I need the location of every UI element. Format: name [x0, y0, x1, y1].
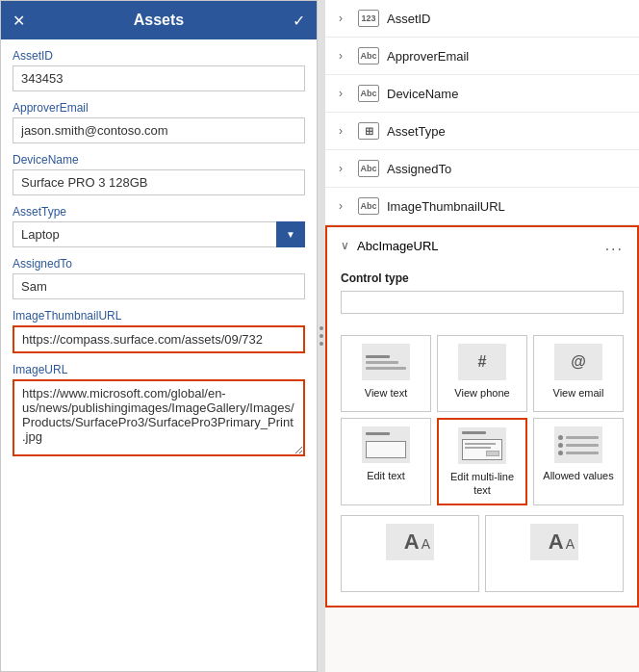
field-imageurl: ImageURL https://www.microsoft.com/globa…: [13, 363, 305, 459]
allowed-values-icon: [554, 426, 602, 463]
chevron-down-icon: ∨: [341, 239, 349, 252]
list-item-assetid-label: AssetID: [387, 12, 626, 26]
control-card-view-text[interactable]: View text: [341, 335, 431, 412]
bottom-controls-row: A A A A: [327, 515, 637, 606]
type-icon-number: 123: [358, 10, 379, 27]
chevron-right-icon: ›: [339, 49, 350, 63]
field-list: › 123 AssetID › Abc ApproverEmail › Abc …: [325, 0, 639, 607]
view-email-icon: @: [554, 344, 602, 380]
edit-multiline-label: Edit multi-line text: [445, 470, 520, 498]
field-assignedto-input[interactable]: [13, 273, 305, 299]
view-text-icon: [362, 344, 410, 380]
field-assettype-select[interactable]: Laptop Desktop Tablet: [13, 221, 305, 247]
confirm-icon[interactable]: ✓: [293, 12, 305, 30]
more-options-button[interactable]: ...: [605, 237, 624, 254]
chevron-right-icon: ›: [339, 124, 350, 138]
view-text-label: View text: [365, 386, 407, 400]
control-type-input[interactable]: [341, 291, 624, 314]
list-item-imagethumbnailurl-label: ImageThumbnailURL: [387, 199, 626, 214]
close-icon[interactable]: ✕: [13, 12, 25, 30]
list-item-assettype[interactable]: › ⊞ AssetType: [325, 113, 639, 150]
expanded-imageurl-section: ∨ Abc ImageURL ... Control type: [325, 225, 639, 607]
field-assetid-input[interactable]: [13, 65, 305, 91]
edit-multiline-icon: [458, 427, 506, 464]
panel-title: Assets: [134, 12, 184, 29]
type-icon-text: Abc: [358, 47, 379, 65]
field-imagethumbnailurl-label: ImageThumbnailURL: [13, 309, 305, 323]
control-card-allowed-values[interactable]: Allowed values: [533, 418, 624, 505]
control-type-label: Control type: [341, 271, 624, 285]
type-icon-text: Abc: [358, 160, 379, 177]
view-phone-label: View phone: [454, 386, 509, 400]
control-card-text-size-2[interactable]: A A: [485, 515, 624, 592]
resize-dot: [320, 334, 323, 338]
field-assettype: AssetType Laptop Desktop Tablet: [13, 205, 305, 247]
list-item-devicename-label: DeviceName: [387, 87, 626, 101]
field-assetid-label: AssetID: [13, 49, 305, 63]
type-icon-text: Abc: [358, 197, 379, 215]
chevron-right-icon: ›: [339, 12, 350, 25]
list-item-approveremail[interactable]: › Abc ApproverEmail: [325, 38, 639, 75]
list-item-imagethumbnailurl[interactable]: › Abc ImageThumbnailURL: [325, 188, 639, 225]
list-item-assignedto-label: AssignedTo: [387, 162, 626, 176]
control-card-edit-text[interactable]: Edit text: [341, 418, 431, 505]
list-item-assetid[interactable]: › 123 AssetID: [325, 0, 639, 38]
field-approveremail-input[interactable]: [13, 117, 305, 143]
resize-dot: [320, 342, 323, 346]
control-card-view-phone[interactable]: # View phone: [437, 335, 527, 412]
right-panel: › 123 AssetID › Abc ApproverEmail › Abc …: [325, 0, 639, 672]
type-icon-text-imageurl: Abc: [357, 239, 378, 253]
type-icon-grid: ⊞: [358, 122, 379, 140]
allowed-values-visual: [558, 435, 599, 455]
resize-dot: [320, 326, 323, 330]
control-type-section: Control type: [327, 264, 637, 327]
view-phone-icon: #: [458, 344, 506, 380]
at-symbol: @: [571, 354, 586, 370]
chevron-right-icon: ›: [339, 199, 350, 213]
field-imageurl-textarea[interactable]: https://www.microsoft.com/global/en-us/n…: [13, 379, 305, 456]
control-card-view-email[interactable]: @ View email: [533, 335, 624, 412]
expanded-field-name: ImageURL: [378, 239, 438, 253]
type-icon-text: Abc: [358, 85, 379, 102]
field-devicename-label: DeviceName: [13, 153, 305, 167]
field-imagethumbnailurl: ImageThumbnailURL: [13, 309, 305, 353]
control-grid: View text # View phone @ View email: [327, 327, 637, 515]
panel-header: ✕ Assets ✓: [1, 1, 317, 39]
field-assettype-wrapper: Laptop Desktop Tablet: [13, 221, 305, 247]
field-approveremail-label: ApproverEmail: [13, 101, 305, 115]
list-item-assignedto[interactable]: › Abc AssignedTo: [325, 150, 639, 188]
panel-body: AssetID ApproverEmail DeviceName AssetTy…: [1, 39, 317, 671]
edit-text-icon: [362, 426, 410, 463]
chevron-right-icon: ›: [339, 162, 350, 175]
field-devicename-input[interactable]: [13, 169, 305, 195]
text-size-2-icon: A A: [530, 524, 578, 560]
edit-text-label: Edit text: [367, 469, 405, 482]
field-devicename: DeviceName: [13, 153, 305, 195]
text-size-1-icon: A A: [386, 524, 434, 560]
chevron-right-icon: ›: [339, 87, 350, 100]
control-card-text-size-1[interactable]: A A: [341, 515, 479, 592]
field-imagethumbnailurl-input[interactable]: [13, 325, 305, 353]
view-email-label: View email: [553, 386, 604, 400]
expanded-header[interactable]: ∨ Abc ImageURL ...: [327, 227, 637, 264]
field-assettype-label: AssetType: [13, 205, 305, 219]
hash-symbol: #: [478, 354, 487, 370]
control-card-edit-multiline[interactable]: Edit multi-line text: [437, 418, 527, 505]
field-assignedto: AssignedTo: [13, 257, 305, 299]
list-item-approveremail-label: ApproverEmail: [387, 49, 626, 64]
field-assetid: AssetID: [13, 49, 305, 91]
field-approveremail: ApproverEmail: [13, 101, 305, 143]
resize-handle[interactable]: [318, 0, 325, 672]
assets-panel: ✕ Assets ✓ AssetID ApproverEmail DeviceN…: [0, 0, 318, 672]
list-item-assettype-label: AssetType: [387, 124, 626, 139]
field-imageurl-label: ImageURL: [13, 363, 305, 376]
expanded-header-left: ∨ Abc ImageURL: [341, 239, 439, 253]
field-assignedto-label: AssignedTo: [13, 257, 305, 271]
list-item-devicename[interactable]: › Abc DeviceName: [325, 75, 639, 113]
allowed-values-label: Allowed values: [543, 469, 613, 482]
